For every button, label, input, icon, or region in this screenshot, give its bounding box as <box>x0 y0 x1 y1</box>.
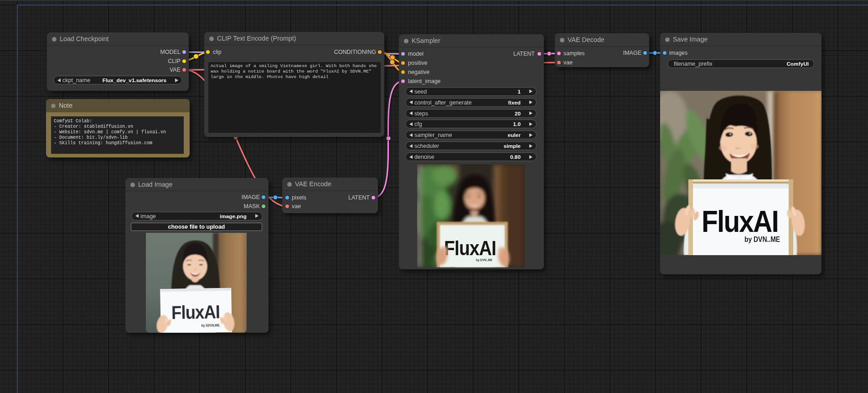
svg-text:FluxAI: FluxAI <box>444 237 496 259</box>
svg-text:by DVN..ME: by DVN..ME <box>744 235 780 244</box>
svg-text:by DVN..ME: by DVN..ME <box>476 258 493 262</box>
svg-text:FluxAI: FluxAI <box>171 301 220 323</box>
svg-text:by SDVN.ME: by SDVN.ME <box>202 323 220 328</box>
svg-text:FluxAI: FluxAI <box>702 204 778 238</box>
